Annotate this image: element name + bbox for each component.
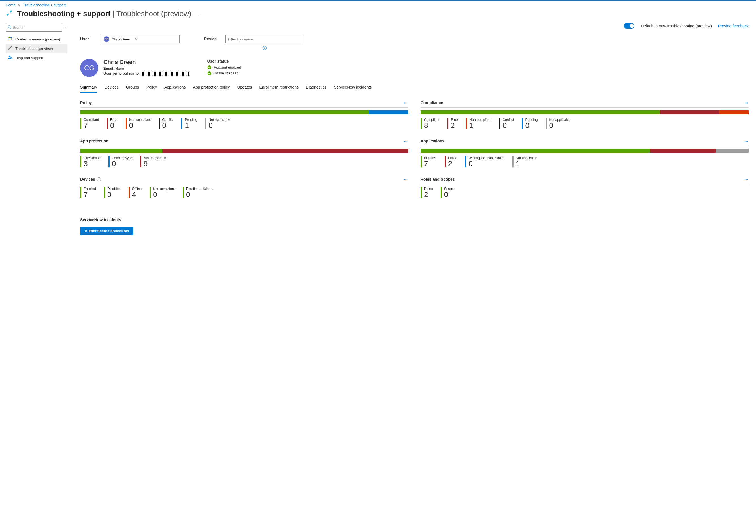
user-name: Chris Green bbox=[103, 59, 190, 66]
compliance-stat-error: Error2 bbox=[447, 118, 458, 129]
tab-diagnostics[interactable]: Diagnostics bbox=[306, 83, 326, 93]
compliance-stat-conflict: Conflict0 bbox=[499, 118, 514, 129]
toggle-label: Default to new troubleshooting (preview) bbox=[641, 24, 712, 28]
sidebar-item-icon: ? bbox=[8, 55, 13, 61]
collapse-sidebar-button[interactable]: « bbox=[65, 25, 67, 29]
sidebar: « Guided scenarios (preview)Troubleshoot… bbox=[0, 22, 67, 244]
tab-enrollment-restrictions[interactable]: Enrollment restrictions bbox=[259, 83, 299, 93]
search-icon bbox=[8, 25, 12, 30]
tab-groups[interactable]: Groups bbox=[126, 83, 139, 93]
appprotection-stat-checked-in: Checked in3 bbox=[80, 156, 100, 167]
breadcrumb-home[interactable]: Home bbox=[6, 3, 15, 7]
compliance-bar bbox=[420, 110, 749, 114]
appprotection-bar bbox=[80, 149, 408, 153]
sidebar-search-input[interactable] bbox=[13, 25, 60, 30]
devices-stat-disabled: Disabled0 bbox=[104, 187, 121, 198]
svg-point-0 bbox=[8, 25, 11, 28]
authenticate-servicenow-button[interactable]: Authenticate ServiceNow bbox=[80, 226, 133, 235]
compliance-stat-not-applicable: Not applicable0 bbox=[546, 118, 571, 129]
sidebar-item-icon bbox=[8, 46, 13, 51]
tab-applications[interactable]: Applications bbox=[164, 83, 186, 93]
svg-text:i: i bbox=[264, 46, 265, 50]
appprotection-card-title: App protection bbox=[80, 139, 108, 143]
tab-devices[interactable]: Devices bbox=[104, 83, 119, 93]
roles-card-menu[interactable]: ⋯ bbox=[744, 177, 749, 181]
sidebar-item-label: Help and support bbox=[15, 56, 43, 60]
appprotection-card-menu[interactable]: ⋯ bbox=[404, 139, 408, 143]
device-info-icon[interactable]: i bbox=[262, 45, 267, 51]
devices-card-menu[interactable]: ⋯ bbox=[404, 177, 408, 181]
user-chip-avatar: CG bbox=[104, 36, 109, 42]
tab-summary[interactable]: Summary bbox=[80, 83, 97, 93]
roles-stat-roles: Roles2 bbox=[420, 187, 433, 198]
sidebar-search[interactable] bbox=[6, 23, 62, 32]
appprotection-stat-not-checked-in: Not checked in9 bbox=[140, 156, 166, 167]
appprotection-stat-pending-sync: Pending sync0 bbox=[108, 156, 132, 167]
applications-stat-waiting-for-install-status: Waiting for install status0 bbox=[465, 156, 504, 167]
policy-card-menu[interactable]: ⋯ bbox=[404, 101, 408, 105]
policy-stat-pending: Pending1 bbox=[181, 118, 197, 129]
applications-card-menu[interactable]: ⋯ bbox=[744, 139, 749, 143]
user-avatar: CG bbox=[80, 59, 98, 77]
tab-policy[interactable]: Policy bbox=[147, 83, 157, 93]
compliance-stat-non-compliant: Non compliant1 bbox=[466, 118, 492, 129]
compliance-stat-compliant: Compliant8 bbox=[420, 118, 439, 129]
user-filter-label: User bbox=[80, 35, 94, 41]
page-title-row: Troubleshooting + support | Troubleshoot… bbox=[0, 9, 756, 22]
page-title: Troubleshooting + support | Troubleshoot… bbox=[17, 9, 192, 18]
roles-card-title: Roles and Scopes bbox=[420, 177, 455, 181]
policy-card-title: Policy bbox=[80, 100, 92, 105]
svg-line-1 bbox=[10, 27, 11, 29]
user-upn: User principal name: bbox=[103, 71, 190, 76]
servicenow-title: ServiceNow incidents bbox=[80, 218, 408, 222]
device-filter-label: Device bbox=[204, 35, 218, 41]
sidebar-item-troubleshoot-preview-[interactable]: Troubleshoot (preview) bbox=[6, 44, 68, 53]
devices-stat-enrolled: Enrolled7 bbox=[80, 187, 96, 198]
applications-card-title: Applications bbox=[420, 139, 445, 143]
policy-stat-conflict: Conflict0 bbox=[159, 118, 173, 129]
tabs: SummaryDevicesGroupsPolicyApplicationsAp… bbox=[80, 83, 749, 93]
user-chip-remove[interactable]: ✕ bbox=[134, 37, 139, 41]
tab-servicenow-incidents[interactable]: ServiceNow incidents bbox=[334, 83, 372, 93]
troubleshoot-icon bbox=[6, 10, 13, 18]
sidebar-item-help-and-support[interactable]: ?Help and support bbox=[6, 53, 68, 63]
compliance-card-menu[interactable]: ⋯ bbox=[744, 101, 749, 105]
tab-updates[interactable]: Updates bbox=[237, 83, 252, 93]
devices-stat-offline: Offline4 bbox=[129, 187, 142, 198]
roles-stat-scopes: Scopes0 bbox=[441, 187, 455, 198]
user-chip-label: Chris Green bbox=[112, 37, 131, 41]
title-more-button[interactable]: ⋯ bbox=[196, 11, 204, 17]
svg-point-2 bbox=[9, 56, 11, 58]
svg-text:?: ? bbox=[11, 58, 12, 59]
policy-stat-error: Error0 bbox=[107, 118, 118, 129]
breadcrumb: Home > Troubleshooting + support bbox=[0, 1, 756, 9]
sidebar-item-label: Troubleshoot (preview) bbox=[15, 46, 53, 51]
info-icon[interactable]: i bbox=[97, 177, 101, 181]
status-account-enabled: Account enabled bbox=[207, 65, 241, 69]
sidebar-item-label: Guided scenarios (preview) bbox=[15, 37, 60, 41]
devices-card-title: Devices i bbox=[80, 177, 101, 181]
sidebar-item-icon bbox=[8, 37, 13, 42]
tab-app-protection-policy[interactable]: App protection policy bbox=[193, 83, 230, 93]
applications-stat-installed: Installed7 bbox=[420, 156, 437, 167]
user-email: Email: None bbox=[103, 66, 190, 70]
applications-stat-not-applicable: Not applicable1 bbox=[512, 156, 537, 167]
sidebar-item-guided-scenarios-preview-[interactable]: Guided scenarios (preview) bbox=[6, 35, 68, 44]
breadcrumb-current[interactable]: Troubleshooting + support bbox=[23, 3, 66, 7]
devices-stat-non-compliant: Non compliant0 bbox=[149, 187, 175, 198]
policy-bar bbox=[80, 110, 408, 114]
policy-stat-non-compliant: Non compliant0 bbox=[126, 118, 151, 129]
user-status-header: User status bbox=[207, 59, 241, 64]
user-filter-input[interactable]: CG Chris Green ✕ bbox=[102, 35, 179, 43]
policy-stat-not-applicable: Not applicable0 bbox=[205, 118, 230, 129]
compliance-stat-pending: Pending0 bbox=[522, 118, 538, 129]
applications-bar bbox=[420, 149, 749, 153]
device-filter-input[interactable] bbox=[226, 35, 303, 43]
provide-feedback-link[interactable]: Provide feedback bbox=[718, 24, 749, 28]
default-troubleshooting-toggle[interactable] bbox=[624, 23, 634, 29]
policy-stat-compliant: Compliant7 bbox=[80, 118, 99, 129]
applications-stat-failed: Failed2 bbox=[445, 156, 457, 167]
compliance-card-title: Compliance bbox=[420, 100, 443, 105]
devices-stat-enrollment-failures: Enrollment failures0 bbox=[183, 187, 214, 198]
status-intune-licensed: Intune licensed bbox=[207, 71, 241, 75]
